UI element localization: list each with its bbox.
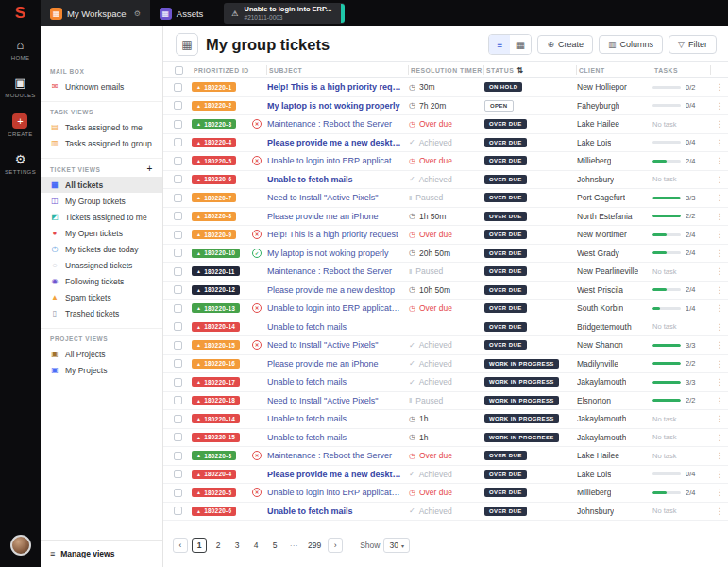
ticket-subject[interactable]: Maintenance : Reboot the Server — [267, 266, 409, 276]
row-menu-button[interactable]: ⋮ — [711, 484, 728, 502]
row-menu-button[interactable]: ⋮ — [711, 392, 728, 410]
ticket-subject[interactable]: Please provide me a new desktop — [267, 138, 409, 147]
row-checkbox[interactable] — [174, 138, 182, 146]
list-view-button[interactable]: ≡ — [489, 35, 510, 54]
ticket-subject[interactable]: Unable to fetch mails — [267, 414, 409, 423]
ticket-id-badge[interactable]: ▲180220-3 — [192, 119, 236, 129]
ticket-subject[interactable]: Unable to fetch mails — [267, 377, 409, 387]
table-row[interactable]: ▲180220-5✕Unable to login into ERP appli… — [163, 152, 728, 171]
table-row[interactable]: ▲180220-13✕Unable to login into ERP appl… — [163, 300, 728, 318]
ticket-subject[interactable]: Help! This is a high priority request — [267, 82, 409, 92]
ticket-id-badge[interactable]: ▲180220-5 — [192, 488, 236, 497]
rail-settings[interactable]: ⚙ SETTINGS — [5, 152, 36, 175]
ticket-id-badge[interactable]: ▲180220-15 — [192, 340, 240, 350]
select-all-checkbox[interactable] — [175, 66, 183, 75]
table-row[interactable]: ▲180220-4Please provide me a new desktop… — [163, 466, 728, 485]
page-button[interactable]: 4 — [248, 538, 263, 553]
table-row[interactable]: ▲180220-6Unable to fetch mails✓AchievedO… — [163, 503, 728, 522]
ticket-id-badge[interactable]: ▲180220-16 — [192, 359, 240, 369]
row-checkbox[interactable] — [174, 157, 182, 165]
ticket-subject[interactable]: Need to Install "Active Pixels" — [267, 340, 409, 350]
ticket-subject[interactable]: Please provide me an iPhone — [267, 359, 409, 369]
ticket-id-badge[interactable]: ▲180220-14 — [192, 322, 240, 332]
row-checkbox[interactable] — [174, 194, 182, 202]
column-header-subject[interactable]: SUBJECT — [267, 65, 409, 75]
ticket-id-badge[interactable]: ▲180220-11 — [192, 266, 240, 276]
table-row[interactable]: ▲180220-16Please provide me an iPhone✓Ac… — [163, 355, 728, 374]
page-button[interactable]: 3 — [229, 538, 245, 553]
ticket-id-badge[interactable]: ▲180220-2 — [192, 101, 236, 111]
workspace-settings-icon[interactable]: ⚙ — [134, 9, 141, 18]
row-checkbox[interactable] — [174, 120, 182, 129]
sidebar-item[interactable]: ◉Following tickets — [41, 273, 162, 289]
ticket-id-badge[interactable]: ▲180220-3 — [192, 451, 236, 460]
columns-button[interactable]: ▥ Columns — [599, 35, 663, 54]
ticket-subject[interactable]: Unable to fetch mails — [267, 322, 409, 332]
row-checkbox[interactable] — [174, 267, 182, 276]
ticket-subject[interactable]: Maintenance : Reboot the Server — [267, 119, 409, 129]
sidebar-item[interactable]: ▲Spam tickets — [41, 289, 162, 305]
rail-create[interactable]: + CREATE — [8, 113, 32, 137]
next-page-button[interactable]: › — [328, 538, 343, 553]
column-header-tasks[interactable]: TASKS — [652, 65, 711, 75]
ticket-subject[interactable]: Help! This is a high priority request — [267, 230, 409, 239]
page-button[interactable]: 5 — [267, 538, 282, 553]
sidebar-item[interactable]: ◫My Group tickets — [41, 193, 162, 209]
ticket-subject[interactable]: Maintenance : Reboot the Server — [267, 451, 409, 460]
row-menu-button[interactable]: ⋮ — [711, 226, 728, 244]
ticket-id-badge[interactable]: ▲180220-8 — [192, 212, 236, 221]
table-row[interactable]: ▲180220-15✕Need to Install "Active Pixel… — [163, 336, 728, 355]
add-view-button[interactable]: + — [147, 165, 153, 173]
ticket-id-badge[interactable]: ▲180220-12 — [192, 285, 240, 295]
row-menu-button[interactable]: ⋮ — [711, 189, 728, 207]
row-menu-button[interactable]: ⋮ — [711, 300, 728, 318]
row-menu-button[interactable]: ⋮ — [711, 503, 728, 521]
row-checkbox[interactable] — [174, 212, 182, 220]
row-menu-button[interactable]: ⋮ — [711, 466, 728, 484]
table-row[interactable]: ▲180220-14Unable to fetch mails◷1hWORK I… — [163, 410, 728, 429]
ticket-id-badge[interactable]: ▲180220-4 — [192, 138, 236, 147]
filter-button[interactable]: ▽ Filter — [669, 35, 717, 54]
ticket-id-badge[interactable]: ▲180220-6 — [192, 175, 236, 184]
sidebar-item[interactable]: ◷My tickets due today — [41, 241, 162, 257]
ticket-id-badge[interactable]: ▲180220-15 — [192, 433, 240, 442]
row-checkbox[interactable] — [174, 507, 182, 515]
sidebar-item[interactable]: ▯Trashed tickets — [41, 305, 162, 321]
ticket-id-badge[interactable]: ▲180220-1 — [192, 82, 236, 92]
table-row[interactable]: ▲180220-3✕Maintenance : Reboot the Serve… — [163, 115, 728, 134]
table-row[interactable]: ▲180220-7Need to Install "Active Pixels"… — [163, 189, 728, 208]
ticket-subject[interactable]: Please provide me an iPhone — [267, 212, 409, 221]
row-checkbox[interactable] — [174, 415, 182, 423]
ticket-id-badge[interactable]: ▲180220-9 — [192, 230, 236, 239]
sidebar-item[interactable]: ◌Unassigned tickets — [41, 257, 162, 273]
board-view-button[interactable]: ▦ — [510, 35, 531, 54]
page-size-select[interactable]: 30 ▾ — [383, 538, 409, 553]
row-menu-button[interactable]: ⋮ — [711, 318, 728, 336]
ticket-id-badge[interactable]: ▲180220-7 — [192, 193, 236, 202]
ticket-subject[interactable]: Unable to fetch mails — [267, 507, 409, 516]
ticket-subject[interactable]: Need to Install "Active Pixels" — [267, 193, 409, 202]
table-row[interactable]: ▲180220-6Unable to fetch mails✓AchievedO… — [163, 171, 728, 190]
ticket-subject[interactable]: My laptop is not woking properly — [267, 101, 409, 111]
row-menu-button[interactable]: ⋮ — [711, 245, 728, 263]
ticket-id-badge[interactable]: ▲180220-10 — [192, 249, 240, 258]
table-row[interactable]: ▲180220-10✓My laptop is not woking prope… — [163, 245, 728, 264]
sidebar-item[interactable]: ✉Unknown emails — [41, 78, 162, 94]
column-header-resolution-timer[interactable]: RESOLUTION TIMER — [409, 65, 484, 75]
ticket-subject[interactable]: Need to Install "Active Pixels" — [267, 396, 409, 405]
sidebar-item[interactable]: ▣My Projects — [41, 362, 162, 378]
table-row[interactable]: ▲180220-9✕Help! This is a high priority … — [163, 226, 728, 245]
view-grid-icon[interactable]: ▦ — [176, 33, 198, 56]
row-checkbox[interactable] — [174, 304, 182, 313]
row-menu-button[interactable]: ⋮ — [711, 208, 728, 226]
row-checkbox[interactable] — [174, 101, 182, 110]
row-checkbox[interactable] — [174, 249, 182, 257]
table-row[interactable]: ▲180220-14Unable to fetch mailsOVER DUEB… — [163, 318, 728, 337]
ticket-id-badge[interactable]: ▲180220-18 — [192, 396, 240, 405]
create-button[interactable]: ⊕ Create — [537, 35, 593, 54]
column-header-client[interactable]: CLIENT — [577, 65, 652, 75]
row-menu-button[interactable]: ⋮ — [711, 447, 728, 465]
sidebar-item[interactable]: ●My Open tickets — [41, 225, 162, 241]
table-row[interactable]: ▲180220-1Help! This is a high priority r… — [163, 78, 728, 97]
ticket-subject[interactable]: Unable to login into ERP application — [267, 488, 409, 497]
